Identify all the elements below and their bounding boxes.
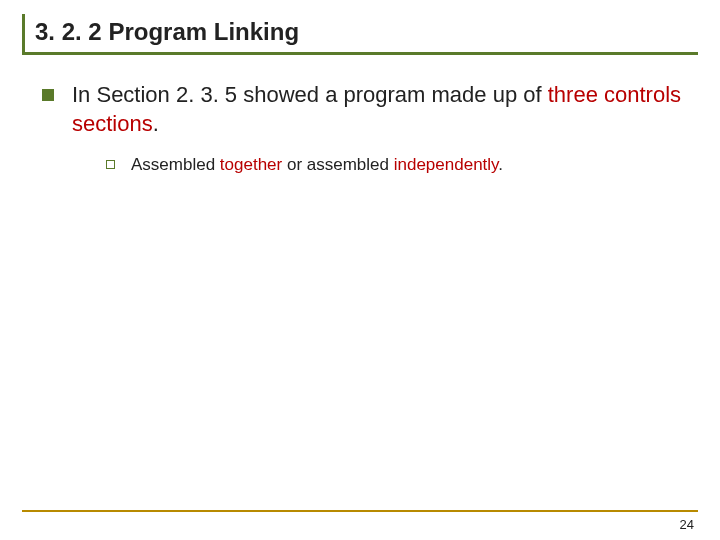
- sub-text-em2: independently: [394, 155, 499, 174]
- bullet-text-pre: In Section 2. 3. 5 showed a program made…: [72, 82, 548, 107]
- sub-bullet-text: Assembled together or assembled independ…: [131, 154, 503, 177]
- sub-text-post: .: [498, 155, 503, 174]
- sub-text-pre: Assembled: [131, 155, 220, 174]
- sub-text-em1: together: [220, 155, 282, 174]
- bullet-text-post: .: [153, 111, 159, 136]
- slide-title: 3. 2. 2 Program Linking: [35, 18, 698, 46]
- footer-divider: [22, 510, 698, 512]
- bullet-item: In Section 2. 3. 5 showed a program made…: [42, 81, 698, 138]
- page-number: 24: [680, 517, 694, 532]
- slide: 3. 2. 2 Program Linking In Section 2. 3.…: [0, 0, 720, 540]
- square-bullet-icon: [42, 89, 54, 101]
- content-area: In Section 2. 3. 5 showed a program made…: [22, 81, 698, 177]
- sub-bullet-item: Assembled together or assembled independ…: [42, 154, 698, 177]
- sub-text-mid: or assembled: [282, 155, 394, 174]
- hollow-square-bullet-icon: [106, 160, 115, 169]
- bullet-text: In Section 2. 3. 5 showed a program made…: [72, 81, 698, 138]
- title-container: 3. 2. 2 Program Linking: [22, 14, 698, 55]
